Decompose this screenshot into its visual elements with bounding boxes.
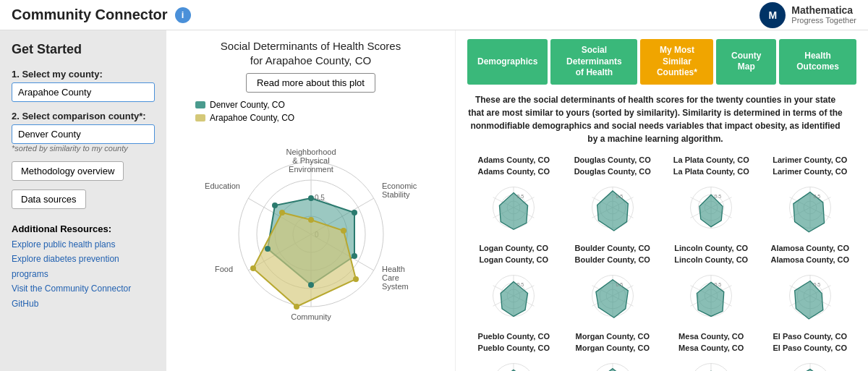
county-item: Adams County, COAdams County, CO 0.5 bbox=[467, 155, 561, 236]
mini-radar-svg: 0.5 bbox=[774, 355, 846, 371]
tab-demographics[interactable]: Demographics bbox=[467, 39, 548, 85]
radar-svg: Neighborhood & Physical Environment Econ… bbox=[188, 127, 434, 330]
county-name: Adams County, CO bbox=[478, 167, 550, 176]
county-name: La Plata County, CO bbox=[673, 155, 749, 164]
resources-title: Additional Resources: bbox=[12, 223, 155, 234]
svg-text:0.5: 0.5 bbox=[517, 193, 524, 199]
county-item: Mesa County, COMesa County, CO 0.5 bbox=[665, 332, 758, 371]
svg-marker-45 bbox=[699, 195, 723, 226]
comparison-input[interactable] bbox=[12, 124, 155, 144]
county-name: Morgan County, CO bbox=[576, 344, 650, 352]
county-item: La Plata County, COLa Plata County, CO 0… bbox=[665, 155, 758, 236]
county-name: Boulder County, CO bbox=[575, 244, 650, 252]
svg-text:System: System bbox=[382, 282, 409, 291]
county-item: El Paso County, COEl Paso County, CO 0.5 bbox=[764, 332, 857, 371]
county-name: Boulder County, CO bbox=[575, 255, 650, 264]
denver-dot-2 bbox=[352, 210, 357, 216]
arapahoe-dot-5 bbox=[250, 265, 256, 271]
svg-text:0.5: 0.5 bbox=[517, 281, 524, 287]
arapahoe-dot-2 bbox=[341, 228, 346, 234]
mini-radar-svg: 0.5 bbox=[576, 179, 649, 236]
chart-title: Social Determinants of Health Scoresfor … bbox=[221, 39, 401, 67]
mini-radar-svg: 0.5 bbox=[477, 179, 550, 236]
header-left: Community Connector i bbox=[12, 7, 191, 23]
county-name: Larimer County, CO bbox=[773, 155, 847, 164]
resource-link-1[interactable]: Explore public health plans bbox=[12, 237, 155, 252]
county-name: Logan County, CO bbox=[479, 244, 548, 252]
county-name: Logan County, CO bbox=[479, 255, 548, 264]
svg-text:0.5: 0.5 bbox=[715, 281, 722, 287]
county-name: Douglas County, CO bbox=[574, 167, 651, 176]
county-name: Lincoln County, CO bbox=[674, 255, 748, 264]
tab-county-map[interactable]: County Map bbox=[716, 39, 776, 85]
sorted-note: *sorted by similarity to my county bbox=[12, 144, 155, 153]
county-name: El Paso County, CO bbox=[773, 344, 847, 352]
county-item: Logan County, COLogan County, CO 0.5 bbox=[467, 244, 561, 325]
comparison-select-section: 2. Select comparison county*: *sorted by… bbox=[12, 111, 155, 153]
arapahoe-dot-1 bbox=[308, 217, 314, 223]
county-item: Alamosa County, COAlamosa County, CO 0.5 bbox=[764, 244, 857, 325]
county-name: Pueblo County, CO bbox=[478, 344, 550, 352]
tab-bar: Demographics Social Determinantsof Healt… bbox=[467, 39, 856, 85]
methodology-button[interactable]: Methodology overview bbox=[12, 161, 124, 181]
legend-color-arapahoe bbox=[195, 114, 205, 121]
header: Community Connector i M Mathematica Prog… bbox=[0, 0, 868, 30]
svg-text:0.5: 0.5 bbox=[813, 281, 820, 287]
comparison-label: 2. Select comparison county*: bbox=[12, 111, 155, 121]
denver-dot-5 bbox=[265, 246, 271, 252]
tab-social-determinants[interactable]: Social Determinantsof Health bbox=[550, 39, 637, 85]
logo: M Mathematica Progress Together bbox=[760, 2, 856, 28]
county-item: Larimer County, COLarimer County, CO 0.5 bbox=[764, 155, 857, 236]
description-text: These are the social determinants of hea… bbox=[467, 93, 843, 145]
county-name: Lincoln County, CO bbox=[674, 244, 748, 252]
svg-text:0.5: 0.5 bbox=[616, 193, 623, 199]
mini-radar-svg: 0.5 bbox=[774, 179, 846, 236]
mini-radar-svg: 0.5 bbox=[477, 355, 550, 371]
svg-text:0.5: 0.5 bbox=[813, 193, 820, 199]
svg-text:Food: Food bbox=[214, 265, 232, 273]
legend-color-denver bbox=[195, 101, 205, 108]
svg-text:Health: Health bbox=[382, 265, 405, 273]
mini-radar-svg: 0.5 bbox=[675, 355, 747, 371]
denver-dot-4 bbox=[308, 282, 314, 288]
tab-most-similar[interactable]: My Most SimilarCounties* bbox=[640, 39, 713, 85]
county-name: El Paso County, CO bbox=[773, 332, 847, 341]
arapahoe-dot-4 bbox=[294, 304, 299, 310]
mini-radar-svg: 0.5 bbox=[477, 267, 550, 325]
county-grid: Adams County, COAdams County, CO 0.5 Dou… bbox=[467, 155, 856, 371]
sidebar: Get Started 1. Select my county: 2. Sele… bbox=[0, 30, 166, 371]
county-name: Larimer County, CO bbox=[773, 167, 847, 176]
additional-resources: Additional Resources: Explore public hea… bbox=[12, 223, 155, 311]
mini-radar-svg: 0.5 bbox=[576, 355, 649, 371]
data-sources-button[interactable]: Data sources bbox=[12, 189, 86, 209]
county-name: Mesa County, CO bbox=[678, 332, 744, 341]
info-icon[interactable]: i bbox=[175, 7, 191, 23]
logo-sub: Progress Together bbox=[791, 16, 856, 25]
svg-text:Stability: Stability bbox=[382, 190, 410, 199]
tab-health-outcomes[interactable]: Health Outcomes bbox=[779, 39, 856, 85]
sidebar-title: Get Started bbox=[12, 42, 155, 57]
county-item: Douglas County, CODouglas County, CO 0.5 bbox=[566, 155, 660, 236]
chart-legend: Denver County, CO Arapahoe County, CO bbox=[195, 100, 294, 123]
center-panel: Social Determinants of Health Scoresfor … bbox=[166, 30, 456, 371]
resource-link-2[interactable]: Explore diabetes prevention programs bbox=[12, 252, 155, 281]
mini-radar-svg: 0.5 bbox=[774, 267, 846, 325]
svg-text:Education: Education bbox=[205, 182, 240, 190]
radar-chart: Neighborhood & Physical Environment Econ… bbox=[188, 127, 434, 330]
app-title: Community Connector bbox=[12, 7, 168, 23]
mini-radar-svg: 0.5 bbox=[675, 267, 747, 325]
logo-text: Mathematica Progress Together bbox=[791, 4, 856, 26]
legend-item-denver: Denver County, CO bbox=[195, 100, 294, 110]
county-name: Mesa County, CO bbox=[678, 344, 744, 352]
county-name: Adams County, CO bbox=[478, 155, 550, 164]
svg-text:& Physical: & Physical bbox=[292, 156, 329, 165]
legend-label-denver: Denver County, CO bbox=[210, 100, 285, 110]
logo-icon: M bbox=[760, 2, 786, 28]
read-more-button[interactable]: Read more about this plot bbox=[246, 73, 375, 93]
county-input[interactable] bbox=[12, 82, 155, 102]
county-name: Douglas County, CO bbox=[574, 155, 651, 164]
arapahoe-dot-6 bbox=[279, 210, 285, 216]
mini-radar-svg: 0.5 bbox=[576, 267, 649, 325]
resource-link-3[interactable]: Visit the Community Connector GitHub bbox=[12, 281, 155, 311]
county-name: Alamosa County, CO bbox=[770, 244, 849, 252]
